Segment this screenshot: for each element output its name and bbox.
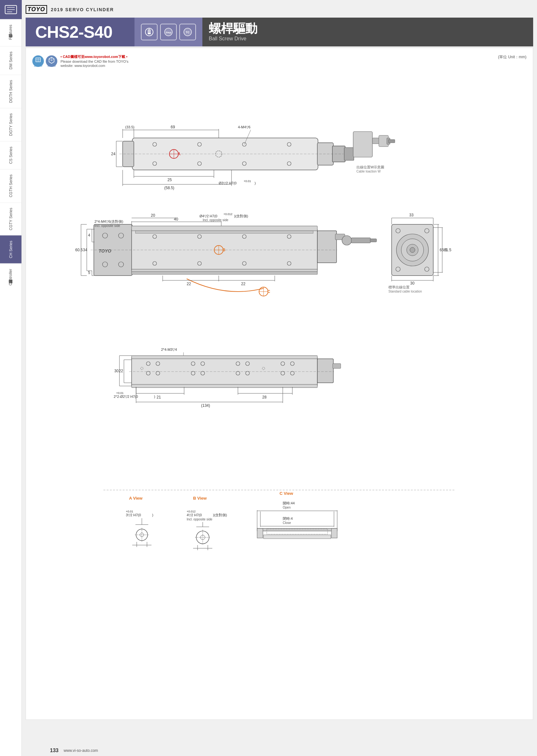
right-side-view: 33 65.5 61.5 30: [389, 213, 451, 293]
svg-text:5: 5: [88, 271, 90, 275]
sidebar-item-dm[interactable]: DM Series: [0, 46, 21, 75]
cad-icon-group: 2D CAD 3D CAD: [32, 56, 57, 67]
svg-text:Standard cable location: Standard cable location: [389, 290, 422, 293]
svg-text:Open: Open: [283, 506, 290, 509]
cad-desc-2: website: www.toyorobot.com: [61, 64, 128, 67]
header-model: CHS2-S40: [25, 18, 135, 46]
product-name-chinese: 螺桿驅動: [209, 22, 258, 35]
svg-text:TC: TC: [186, 31, 189, 34]
svg-text:28: 28: [262, 395, 267, 399]
svg-rect-60: [353, 132, 372, 157]
sidebar-item-cgty[interactable]: CGTY Series: [0, 202, 21, 235]
svg-text:2*2-Ø2▽2 H7(0: 2*2-Ø2▽2 H7(0: [114, 395, 138, 398]
sidebar-items: 特色功能 Features DM Series DGTH Series DGTY…: [0, 19, 21, 756]
sidebar-item-dgth[interactable]: DGTH Series: [0, 75, 21, 108]
svg-text:34: 34: [83, 248, 87, 252]
svg-rect-78: [317, 231, 337, 263]
svg-text:): ): [255, 181, 256, 185]
svg-text:Ø4▽2 H7(0: Ø4▽2 H7(0: [199, 214, 218, 218]
svg-text:+0.012: +0.012: [187, 510, 196, 513]
sidebar: 特色功能 Features DM Series DGTH Series DGTY…: [0, 0, 22, 756]
svg-text:(33.5): (33.5): [125, 125, 135, 129]
b-view-detail: +0.012 4▽2 H7(0 )(含對側) Incl. opposite si…: [187, 510, 227, 550]
svg-rect-167: [333, 363, 341, 368]
website-url: www.vi-so-auto.com: [64, 748, 98, 753]
svg-text:標準出線位置: 標準出線位置: [389, 285, 410, 289]
svg-text:22: 22: [187, 282, 191, 286]
svg-text:出線位置W示意圖: 出線位置W示意圖: [356, 165, 384, 169]
svg-rect-250: [257, 528, 263, 538]
svg-rect-82: [370, 239, 377, 242]
svg-text:20: 20: [151, 213, 155, 218]
catalog-title: 2019 SERVO CYLINDER: [51, 7, 114, 12]
svg-rect-166: [317, 359, 333, 383]
svg-text:+0.01: +0.01: [244, 179, 251, 183]
cad-2d-icon: 2D CAD: [32, 56, 44, 67]
svg-text:2*4-M4▽6(含對側): 2*4-M4▽6(含對側): [95, 220, 123, 223]
header-icons: Step TC: [135, 18, 202, 46]
section-views: A View +0.01 3▽2 H7(0 ): [103, 490, 456, 550]
svg-rect-163: [132, 357, 317, 386]
svg-rect-64: [389, 139, 395, 143]
content-area: 2D CAD 3D CAD • CAD圖檔可至www.toyorobot.com…: [25, 48, 533, 720]
product-name-english: Ball Screw Drive: [209, 36, 246, 42]
cable-connector-detail: 出線位置W示意圖 Cable loaction W: [353, 132, 395, 173]
svg-text:): ): [154, 395, 155, 398]
svg-text:)(含對側): )(含對側): [234, 214, 248, 218]
sidebar-item-features[interactable]: 特色功能 Features: [0, 19, 21, 46]
svg-text:22: 22: [119, 369, 123, 373]
svg-text:B View: B View: [193, 496, 207, 501]
svg-text:Step: Step: [166, 31, 171, 34]
svg-text:25: 25: [167, 178, 172, 182]
svg-text:TOYO: TOYO: [99, 248, 111, 253]
svg-text:4-M4▽6: 4-M4▽6: [238, 125, 250, 129]
svg-text:Incl. opposite side: Incl. opposite side: [187, 517, 212, 521]
svg-text:3▽2 H7(0: 3▽2 H7(0: [126, 513, 141, 517]
svg-text:2*4-M3▽4: 2*4-M3▽4: [161, 348, 177, 352]
sidebar-item-cs[interactable]: CS Series: [0, 141, 21, 169]
sidebar-item-controller[interactable]: 驅動控制器 Controller: [0, 263, 21, 291]
sidebar-item-dgty[interactable]: DGTY Series: [0, 108, 21, 141]
svg-text:閉時:4: 閉時:4: [283, 516, 293, 520]
header-icon-tc: TC: [179, 24, 196, 40]
svg-rect-81: [351, 238, 370, 243]
svg-text:C View: C View: [279, 491, 293, 496]
svg-rect-76: [136, 231, 313, 233]
svg-text:Incl. opposite side: Incl. opposite side: [95, 224, 120, 228]
svg-text:)(含對側): )(含對側): [213, 513, 227, 517]
cad-badge: • CAD圖檔可至www.toyorobot.com下載 •: [61, 55, 128, 59]
header-icon-step: Step: [160, 24, 177, 40]
footer: 133 www.vi-so-auto.com: [44, 748, 537, 753]
svg-text:Ø3▽2 H7(0: Ø3▽2 H7(0: [219, 181, 237, 185]
svg-text:30: 30: [114, 369, 119, 373]
top-bar: TOYO 2019 SERVO CYLINDER: [25, 4, 533, 15]
technical-drawing: A (33.5) 69 4-M4▽6: [39, 74, 520, 682]
svg-text:61.5: 61.5: [444, 248, 451, 252]
svg-rect-21: [344, 148, 354, 160]
sidebar-item-ch[interactable]: CH Series: [0, 235, 21, 263]
svg-text:+0.012: +0.012: [224, 212, 232, 216]
svg-text:Cable loaction W: Cable loaction W: [356, 170, 381, 173]
svg-text:Incl. opposite side: Incl. opposite side: [203, 218, 228, 222]
unit-label: (單位 Unit：mm): [498, 55, 526, 60]
page-number: 133: [50, 748, 59, 753]
cad-desc-1: Please download the CAD file from TOYO's: [61, 59, 128, 63]
sidebar-item-cgth[interactable]: CGTH Series: [0, 169, 21, 202]
svg-text:60.5: 60.5: [75, 248, 83, 252]
sidebar-top: [0, 0, 22, 19]
svg-point-80: [342, 236, 351, 245]
svg-rect-77: [132, 272, 317, 274]
svg-text:(58.5): (58.5): [164, 186, 174, 190]
header-icon-1: [141, 24, 157, 40]
svg-text:24: 24: [111, 152, 116, 156]
cad-notice: 2D CAD 3D CAD • CAD圖檔可至www.toyorobot.com…: [32, 55, 526, 67]
top-view: A (33.5) 69 4-M4▽6: [111, 125, 395, 190]
svg-rect-164: [132, 356, 317, 359]
svg-text:+0.01: +0.01: [126, 510, 133, 513]
product-header: CHS2-S40 Step TC: [25, 18, 533, 46]
svg-text:30: 30: [410, 281, 415, 285]
svg-text:開時:44: 開時:44: [283, 501, 295, 505]
svg-text:4: 4: [88, 233, 90, 238]
c-view-detail: 開時:44 Open 閉時:4 Close: [257, 501, 337, 539]
svg-text:21: 21: [157, 395, 161, 399]
